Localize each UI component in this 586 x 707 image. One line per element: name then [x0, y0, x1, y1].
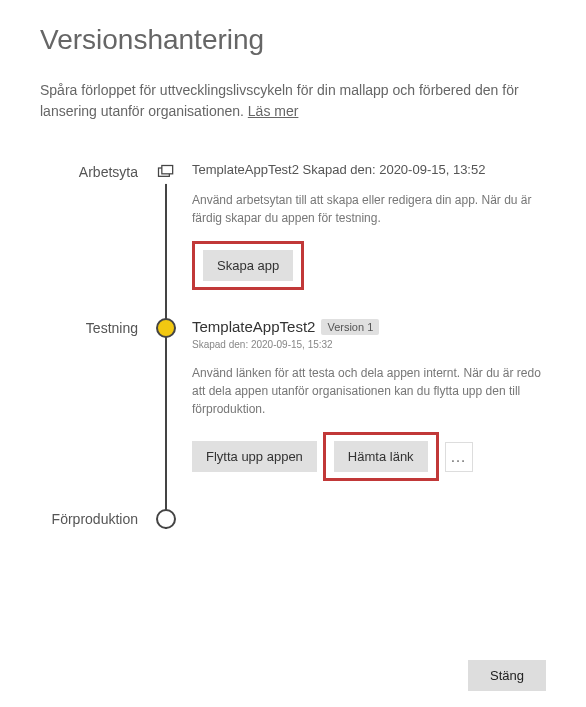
- preprod-node: [156, 509, 176, 529]
- version-badge: Version 1: [321, 319, 379, 335]
- workspace-desc: Använd arbetsytan till att skapa eller r…: [192, 191, 546, 227]
- get-link-button[interactable]: Hämta länk: [334, 441, 428, 472]
- testing-app-name: TemplateAppTest2: [192, 318, 315, 335]
- stage-testing: Testning TemplateAppTest2 Version 1 Skap…: [32, 318, 546, 509]
- svg-rect-1: [162, 166, 173, 174]
- workspace-header: TemplateAppTest2 Skapad den: 2020-09-15,…: [192, 162, 546, 177]
- create-app-highlight: Skapa app: [192, 241, 304, 290]
- close-button[interactable]: Stäng: [468, 660, 546, 691]
- page-description: Spåra förloppet för uttvecklingslivscyke…: [40, 80, 546, 122]
- testing-desc: Använd länken för att testa och dela app…: [192, 364, 546, 418]
- stage-preprod-label: Förproduktion: [32, 509, 152, 549]
- workspace-icon: [155, 162, 177, 184]
- ellipsis-icon: …: [450, 448, 467, 466]
- learn-more-link[interactable]: Läs mer: [248, 103, 299, 119]
- stage-workspace-label: Arbetsyta: [32, 162, 152, 318]
- create-app-button[interactable]: Skapa app: [203, 250, 293, 281]
- stage-workspace: Arbetsyta TemplateAppTest2 Skapad den: 2…: [32, 162, 546, 318]
- stage-preproduction: Förproduktion: [32, 509, 546, 549]
- page-title: Versionshantering: [40, 24, 546, 56]
- more-options-button[interactable]: …: [445, 442, 473, 472]
- timeline: Arbetsyta TemplateAppTest2 Skapad den: 2…: [32, 162, 546, 549]
- testing-created: Skapad den: 2020-09-15, 15:32: [192, 339, 546, 350]
- stage-testing-label: Testning: [32, 318, 152, 509]
- promote-app-button[interactable]: Flytta upp appen: [192, 441, 317, 472]
- get-link-highlight: Hämta länk: [323, 432, 439, 481]
- testing-node-active: [156, 318, 176, 338]
